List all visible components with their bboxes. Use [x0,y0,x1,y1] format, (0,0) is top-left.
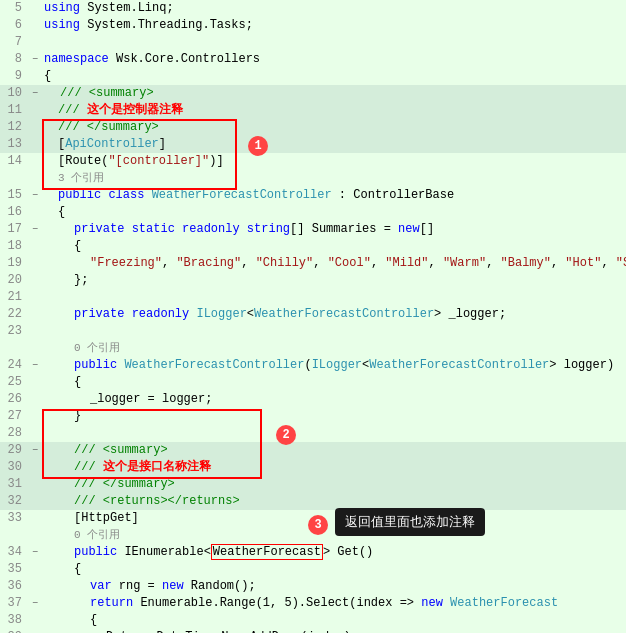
code-line-5: 5 using System.Linq; [0,0,626,17]
code-line-34: 34 − public IEnumerable<WeatherForecast>… [0,544,626,561]
code-editor: 5 using System.Linq; 6 using System.Thre… [0,0,626,633]
code-line-26: 26 _logger = logger; [0,391,626,408]
code-line-21: 21 [0,289,626,306]
fold-icon-34[interactable]: − [28,544,42,561]
code-line-37: 37 − return Enumerable.Range(1, 5).Selec… [0,595,626,612]
code-line-6: 6 using System.Threading.Tasks; [0,17,626,34]
code-line-31: 31 /// </summary> [0,476,626,493]
code-line-33: 33 [HttpGet] [0,510,626,527]
code-line-30: 30 /// 这个是接口名称注释 [0,459,626,476]
ref-count-line-23: 0 个引用 [0,340,626,357]
code-line-20: 20 }; [0,272,626,289]
code-line-24: 24 − public WeatherForecastController(IL… [0,357,626,374]
code-line-35: 35 { [0,561,626,578]
fold-icon-15[interactable]: − [28,187,42,204]
fold-icon-8[interactable]: − [28,51,42,68]
code-line-12: 12 /// </summary> [0,119,626,136]
code-line-19: 19 "Freezing", "Bracing", "Chilly", "Coo… [0,255,626,272]
code-line-16: 16 { [0,204,626,221]
code-line-25: 25 { [0,374,626,391]
code-line-15: 15 − public class WeatherForecastControl… [0,187,626,204]
code-line-13: 13 [ApiController] [0,136,626,153]
ref-count-line-33: 0 个引用 [0,527,626,544]
fold-icon-17[interactable]: − [28,221,42,238]
code-line-22: 22 private readonly ILogger<WeatherForec… [0,306,626,323]
fold-icon-24[interactable]: − [28,357,42,374]
code-line-9: 9 { [0,68,626,85]
code-line-7: 7 [0,34,626,51]
code-line-10: 10 − /// <summary> [0,85,626,102]
code-line-29: 29 − /// <summary> [0,442,626,459]
code-line-17: 17 − private static readonly string[] Su… [0,221,626,238]
ref-count-line-14: 3 个引用 [0,170,626,187]
fold-icon-10[interactable]: − [28,85,42,102]
fold-icon-37[interactable]: − [28,595,42,612]
code-line-27: 27 } [0,408,626,425]
code-line-32: 32 /// <returns></returns> [0,493,626,510]
code-line-11: 11 /// 这个是控制器注释 [0,102,626,119]
code-line-36: 36 var rng = new Random(); [0,578,626,595]
code-line-8: 8 − namespace Wsk.Core.Controllers [0,51,626,68]
code-line-18: 18 { [0,238,626,255]
code-line-14: 14 [Route("[controller]")] [0,153,626,170]
code-line-28: 28 [0,425,626,442]
fold-icon-29[interactable]: − [28,442,42,459]
code-line-23: 23 [0,323,626,340]
code-line-39: 39 Date = DateTime.Now.AddDays(index), [0,629,626,633]
code-line-38: 38 { [0,612,626,629]
